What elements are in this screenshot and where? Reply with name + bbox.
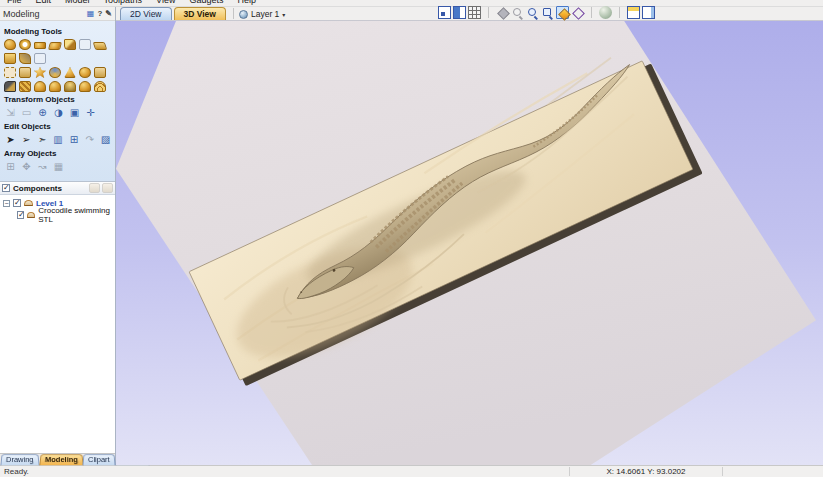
zoom-disabled-icon[interactable] xyxy=(511,6,524,19)
modeling-tool-icon-7[interactable] xyxy=(93,42,108,50)
components-label: Components xyxy=(13,184,62,193)
modeling-tool-icon-17[interactable] xyxy=(94,67,106,78)
panel-header: Modeling ▦?✎ xyxy=(0,7,115,21)
menu-item-edit[interactable]: Edit xyxy=(29,0,59,6)
layout-single-icon[interactable] xyxy=(627,6,640,19)
toolbar-group-separator xyxy=(488,7,489,18)
menu-item-model[interactable]: Model xyxy=(58,0,97,6)
view-tab-bar: 2D View3D View Layer 1 ▾ xyxy=(116,7,823,21)
transform-distort-icon[interactable]: ▣ xyxy=(68,107,81,119)
modeling-tool-icon-18[interactable] xyxy=(4,81,16,92)
tree-item-label: Crocodile swimming STL xyxy=(38,206,115,224)
panel-title: Modeling xyxy=(3,9,40,19)
modeling-tool-icon-16[interactable] xyxy=(79,67,91,78)
layer-selector-label: Layer 1 xyxy=(251,9,279,19)
toolbar-group xyxy=(438,6,481,19)
tree-expander-icon[interactable]: − xyxy=(3,200,10,207)
zoom-in-icon[interactable] xyxy=(526,6,539,19)
transform-size-icon[interactable]: ▭ xyxy=(20,107,33,119)
tool-icon-row xyxy=(4,39,112,50)
toggle-material-block-icon[interactable] xyxy=(556,6,569,19)
array-circular-icon[interactable]: ✥ xyxy=(20,161,33,173)
modeling-tool-icon-5[interactable] xyxy=(64,39,76,50)
component-tool-a-icon[interactable] xyxy=(89,183,100,193)
modeling-tool-icon-8[interactable] xyxy=(4,53,16,64)
menu-item-gadgets[interactable]: Gadgets xyxy=(182,0,230,6)
transform-move-icon[interactable]: ⊕ xyxy=(36,107,49,119)
wireframe-diamond-icon[interactable] xyxy=(571,6,584,19)
viewport-scene xyxy=(116,21,823,465)
menu-item-help[interactable]: Help xyxy=(230,0,263,6)
modeling-tool-icon-15[interactable] xyxy=(64,67,76,78)
pin-panel-icon[interactable]: ✎ xyxy=(105,10,112,18)
edit-trim-icon[interactable]: ▥ xyxy=(52,134,65,146)
view-toolbar xyxy=(438,6,655,19)
menu-item-toolpaths[interactable]: Toolpaths xyxy=(97,0,150,6)
layer-selector[interactable]: Layer 1 ▾ xyxy=(239,9,285,19)
transform-mirror-icon[interactable]: ◑ xyxy=(52,107,65,119)
components-checkbox[interactable] xyxy=(2,184,10,192)
tree-item-component[interactable]: Crocodile swimming STL xyxy=(3,210,115,220)
view-tab-2d-view[interactable]: 2D View xyxy=(120,7,172,20)
modeling-tool-icon-19[interactable] xyxy=(19,81,31,92)
components-buttons xyxy=(89,183,113,193)
array-nest-icon[interactable]: ▦ xyxy=(52,161,65,173)
modeling-tool-icon-23[interactable] xyxy=(79,81,91,92)
transform-scale-icon[interactable]: ⇲ xyxy=(4,107,17,119)
viewport-3d[interactable] xyxy=(116,21,823,465)
zoom-to-fit-icon[interactable] xyxy=(438,6,451,19)
edit-join-icon[interactable]: ⊞ xyxy=(67,134,80,146)
modeling-tool-icon-22[interactable] xyxy=(64,81,76,92)
tool-icon-row: ⇲▭⊕◑▣✛ xyxy=(4,107,112,119)
edit-fill-icon[interactable]: ▨ xyxy=(99,134,112,146)
tile-views-icon[interactable] xyxy=(453,6,466,19)
components-header: Components xyxy=(0,181,115,195)
modeling-tool-icon-1[interactable] xyxy=(4,39,16,50)
visibility-checkbox[interactable] xyxy=(13,199,21,207)
toolbar-group-separator xyxy=(619,7,620,18)
modeling-tool-icon-24[interactable] xyxy=(94,81,106,92)
modeling-tool-icon-21[interactable] xyxy=(49,81,61,92)
tab-clipart[interactable]: Clipart xyxy=(83,454,116,465)
toolbar-group xyxy=(627,6,655,19)
modeling-tool-icon-12[interactable] xyxy=(19,67,31,78)
array-along-curve-icon[interactable]: ↝ xyxy=(36,161,49,173)
view-tabs: 2D View3D View xyxy=(120,7,228,20)
shaded-render-icon[interactable] xyxy=(599,6,612,19)
view-column: 2D View3D View Layer 1 ▾ xyxy=(116,7,823,465)
modeling-tool-icon-6[interactable] xyxy=(79,39,91,50)
modeling-tool-icon-3[interactable] xyxy=(34,42,46,49)
zoom-box-icon[interactable] xyxy=(541,6,554,19)
modeling-tool-icon-13[interactable] xyxy=(34,67,46,78)
menu-item-file[interactable]: File xyxy=(0,0,29,6)
chevron-down-icon: ▾ xyxy=(282,11,285,18)
transform-align-icon[interactable]: ✛ xyxy=(84,107,97,119)
tool-icon-row: ➤➢➣▥⊞↷▨ xyxy=(4,134,112,146)
edit-node-edit-icon[interactable]: ➢ xyxy=(20,134,33,146)
edit-measure-icon[interactable]: ➣ xyxy=(36,134,49,146)
material-diamond-disabled-icon[interactable] xyxy=(496,6,509,19)
modeling-tool-icon-11[interactable] xyxy=(4,67,16,78)
toggle-grid-icon[interactable] xyxy=(468,6,481,19)
dock-window-icon[interactable]: ▦ xyxy=(87,10,95,18)
visibility-checkbox[interactable] xyxy=(17,211,24,219)
tab-drawing[interactable]: Drawing xyxy=(0,454,39,465)
edit-select-icon[interactable]: ➤ xyxy=(4,134,17,146)
modeling-tool-icon-14[interactable] xyxy=(49,67,61,78)
array-block-copy-icon[interactable]: ⊞ xyxy=(4,161,17,173)
section-title: Transform Objects xyxy=(4,95,112,104)
modeling-tool-icon-2[interactable] xyxy=(19,39,31,50)
cursor-coordinates: X: 14.6061 Y: 93.0202 xyxy=(570,467,722,476)
modeling-tool-icon-20[interactable] xyxy=(34,81,46,92)
component-icon xyxy=(24,200,33,206)
modeling-tool-icon-10[interactable] xyxy=(34,53,46,64)
view-tab-3d-view[interactable]: 3D View xyxy=(174,7,226,20)
help-icon[interactable]: ? xyxy=(97,10,102,18)
component-tool-b-icon[interactable] xyxy=(102,183,113,193)
modeling-tool-icon-9[interactable] xyxy=(19,53,31,64)
tab-modeling[interactable]: Modeling xyxy=(39,454,83,465)
menu-item-view[interactable]: View xyxy=(149,0,182,6)
modeling-tool-icon-4[interactable] xyxy=(48,42,62,50)
layout-split-icon[interactable] xyxy=(642,6,655,19)
edit-curve-icon[interactable]: ↷ xyxy=(83,134,96,146)
